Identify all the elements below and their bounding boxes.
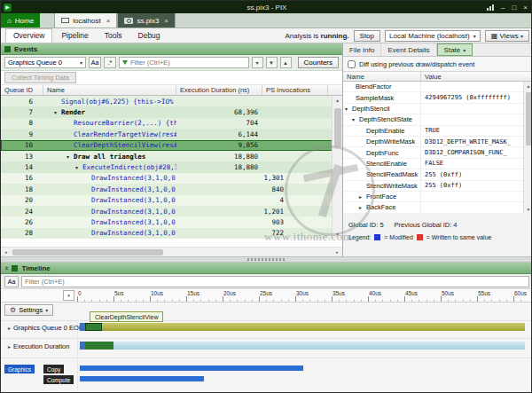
legend-compute[interactable]: Compute <box>43 375 74 384</box>
table-row[interactable]: 24 DrawInstanced(3,1,0,0) 1,201 <box>1 206 342 216</box>
table-row[interactable]: 20 DrawInstanced(3,1,0,0) 4 <box>1 195 342 206</box>
state-row[interactable]: DepthEnable TRUE <box>343 126 532 137</box>
machine-selector[interactable]: Local Machine (localhost) ▾ <box>385 30 481 42</box>
settings-button[interactable]: ⚙ Settings ▾ <box>4 304 53 316</box>
scrollbar-thumb[interactable] <box>526 92 532 145</box>
state-row[interactable]: BlendFactor <box>343 82 532 92</box>
tab-event-details[interactable]: Event Details <box>381 43 436 56</box>
timeline-ruler[interactable]: ▾ 0 5us 10us 15us 20us 25us 30us 35us 40… <box>1 289 532 303</box>
state-row[interactable]: ▾DepthStencilState <box>343 114 532 125</box>
expander-icon[interactable]: ▾ <box>54 109 61 115</box>
table-row[interactable]: 26 DrawInstanced(3,1,0,0) 903 <box>1 216 342 227</box>
find-prev-button[interactable]: ▲ <box>280 57 292 68</box>
column-header-value[interactable]: Value <box>421 72 532 81</box>
table-row[interactable]: 6 Signal(obj#6,225) {this->IO% <box>1 96 342 106</box>
counters-button[interactable]: Counters <box>298 57 339 68</box>
table-row[interactable]: 13 ▾Draw all triangles 18,880 <box>1 151 342 161</box>
events-vertical-scrollbar[interactable]: ▲ ▼ <box>332 96 342 239</box>
tab-localhost[interactable]: localhost × <box>54 13 117 28</box>
splitter-grip[interactable] <box>247 258 286 261</box>
legend-copy[interactable]: Copy <box>43 365 64 373</box>
tab-tools[interactable]: Tools <box>98 29 129 42</box>
collect-timing-data-button[interactable]: Collect Timing Data <box>4 72 76 83</box>
timeline-segment[interactable] <box>113 342 525 350</box>
cell-name: ClearDepthStencilView(res#2 <box>43 140 176 151</box>
expander-icon[interactable]: ▾ <box>345 106 352 112</box>
lane-label-execution-duration[interactable]: ▸ Execution Duration <box>8 342 69 350</box>
timeline-filter-input[interactable] <box>21 276 529 287</box>
tab-ss-pix3[interactable]: ss.pix3 × <box>117 13 176 28</box>
table-row[interactable]: 14 ▾ExecuteIndirect(obj#28,102 18,880 <box>1 161 342 172</box>
state-row[interactable]: SampleMask 4294967295 (0xffffffff) <box>343 92 532 103</box>
lane-label-graphics-queue[interactable]: ▸ Graphics Queue 0 EOP <box>8 324 83 332</box>
state-row[interactable]: DepthFunc D3D12_COMPARISON_FUNC_ <box>343 147 532 158</box>
state-row[interactable]: DepthWriteMask D3D12_DEPTH_WRITE_MASK_ <box>343 137 532 147</box>
match-case-toggle[interactable]: Aa <box>4 276 19 287</box>
column-header-name[interactable]: Name <box>43 85 176 95</box>
filter-history-dropdown[interactable]: ▾ <box>252 57 263 68</box>
timeline-segment[interactable] <box>102 323 525 331</box>
minimize-button[interactable]: – <box>501 4 505 12</box>
tab-file-info[interactable]: File Info <box>343 43 381 56</box>
scroll-down-icon[interactable]: ▼ <box>524 205 532 214</box>
queue-activity-bar[interactable] <box>80 376 204 381</box>
ruler-units-dropdown[interactable]: ▾ <box>63 290 74 301</box>
expander-icon[interactable]: ▸ <box>359 204 366 210</box>
column-header-name[interactable]: Name <box>343 72 421 81</box>
close-button[interactable]: × <box>523 4 528 12</box>
tab-home[interactable]: ⌂ Home <box>1 13 40 28</box>
expander-icon[interactable]: ▸ <box>8 343 11 350</box>
state-row[interactable]: StencilEnable FALSE <box>343 159 532 169</box>
events-horizontal-scrollbar[interactable]: ◂ ▸ <box>1 247 342 256</box>
stop-button[interactable]: Stop <box>354 30 380 42</box>
expander-icon[interactable]: ▾ <box>352 116 359 122</box>
queue-activity-bar[interactable] <box>80 365 303 371</box>
scroll-right-icon[interactable]: ▸ <box>332 248 342 256</box>
scrollbar-thumb[interactable] <box>334 108 341 147</box>
table-row[interactable]: 9 ClearRenderTargetView(res#4, 6,144 <box>1 129 342 139</box>
legend-graphics[interactable]: Graphics <box>4 365 35 373</box>
table-row[interactable]: 16 DrawInstanced(3,1,0,0) 1,301 <box>1 173 342 184</box>
tab-overview[interactable]: Overview <box>5 28 52 43</box>
events-filter-input[interactable] <box>130 58 246 67</box>
state-row[interactable]: ▸FrontFace <box>343 192 532 202</box>
tab-pipeline[interactable]: Pipeline <box>54 29 95 42</box>
maximize-button[interactable]: □ <box>512 4 516 12</box>
expander-icon[interactable]: ▸ <box>8 325 11 331</box>
horizontal-splitter[interactable] <box>1 256 532 263</box>
table-row[interactable]: 7 ▾Render 68,396 <box>1 106 342 117</box>
scroll-up-icon[interactable]: ▲ <box>524 82 532 90</box>
column-header-ps-invocations[interactable]: PS Invocations <box>262 85 328 95</box>
scroll-down-icon[interactable]: ▼ <box>332 230 342 239</box>
scroll-left-icon[interactable]: ◂ <box>1 248 11 256</box>
state-row[interactable]: ▸BackFace <box>343 202 532 213</box>
expander-icon[interactable]: ▾ <box>66 153 74 160</box>
scroll-up-icon[interactable]: ▲ <box>332 96 342 105</box>
tab-state[interactable]: State ▾ <box>437 43 473 56</box>
close-tab-icon[interactable]: × <box>164 17 168 25</box>
diff-checkbox[interactable] <box>348 60 356 68</box>
tab-debug[interactable]: Debug <box>131 29 168 42</box>
table-row[interactable]: 28 DrawInstanced(3,1,0,0) 722 <box>1 228 342 239</box>
match-case-toggle[interactable]: Aa <box>89 57 101 68</box>
timeline-segment-selected[interactable] <box>85 323 102 331</box>
table-row[interactable]: 18 DrawInstanced(3,1,0,0) 840 <box>1 184 342 194</box>
table-row-selected[interactable]: 10 ClearDepthStencilView(res#2 9,856 <box>1 140 342 151</box>
scrollbar-thumb[interactable] <box>12 249 163 255</box>
find-next-button[interactable]: ▼ <box>266 57 278 68</box>
collapse-icon[interactable]: « <box>3 266 11 270</box>
table-row[interactable]: 8 ResourceBarrier(2,...) {thi 704 <box>1 118 342 129</box>
column-header-queue-id[interactable]: Queue ID <box>1 85 43 95</box>
close-tab-icon[interactable]: × <box>106 17 111 25</box>
expander-icon[interactable]: ▾ <box>75 164 82 170</box>
queue-selector[interactable]: Graphics Queue 0 ▾ <box>4 57 86 68</box>
state-row[interactable]: StencilWriteMask 255 (0xff) <box>343 181 532 192</box>
expander-icon[interactable]: ▸ <box>359 193 366 200</box>
state-row[interactable]: ▾DepthStencil <box>343 104 532 114</box>
regex-toggle[interactable]: .* <box>104 57 116 68</box>
column-header-duration[interactable]: Execution Duration (ns) <box>176 85 262 95</box>
state-row[interactable]: StencilReadMask 255 (0xff) <box>343 169 532 180</box>
state-vertical-scrollbar[interactable]: ▲ ▼ <box>523 82 532 214</box>
timeline-segment[interactable] <box>85 342 113 350</box>
views-button[interactable]: ▦ Views ▾ <box>485 30 529 42</box>
